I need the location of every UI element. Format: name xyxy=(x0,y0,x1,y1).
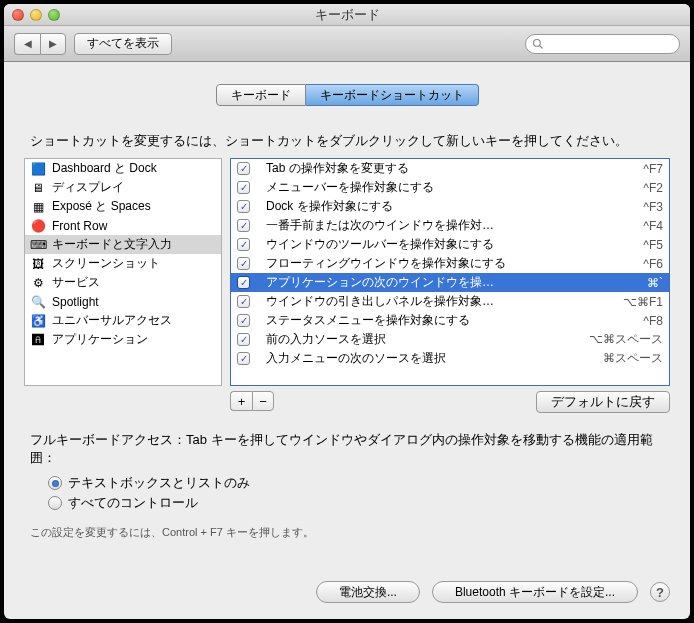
category-item[interactable]: 🖼スクリーンショット xyxy=(25,254,221,273)
shortcut-row[interactable]: ✓Dock を操作対象にする^F3 xyxy=(231,197,669,216)
shortcut-label: メニューバーを操作対象にする xyxy=(258,179,635,196)
category-label: アプリケーション xyxy=(52,331,148,348)
window-title: キーボード xyxy=(4,6,690,24)
close-icon[interactable] xyxy=(12,9,24,21)
category-label: キーボードと文字入力 xyxy=(52,236,172,253)
shortcut-row[interactable]: ✓ウインドウの引き出しパネルを操作対象…⌥⌘F1 xyxy=(231,292,669,311)
shortcut-key: ⌘` xyxy=(647,276,663,290)
category-item[interactable]: ▦Exposé と Spaces xyxy=(25,197,221,216)
category-item[interactable]: 🟦Dashboard と Dock xyxy=(25,159,221,178)
content-area: キーボード キーボードショートカット ショートカットを変更するには、ショートカッ… xyxy=(4,62,690,540)
nav-buttons: ◀ ▶ xyxy=(14,33,66,55)
category-icon: 🖼 xyxy=(30,256,46,272)
radio-text-lists[interactable]: テキストボックスとリストのみ xyxy=(48,473,664,493)
shortcut-row[interactable]: ✓一番手前または次のウインドウを操作対…^F4 xyxy=(231,216,669,235)
checkbox-icon[interactable]: ✓ xyxy=(237,219,250,232)
checkbox-icon[interactable]: ✓ xyxy=(237,352,250,365)
checkbox-icon[interactable]: ✓ xyxy=(237,181,250,194)
shortcut-label: 一番手前または次のウインドウを操作対… xyxy=(258,217,635,234)
restore-defaults-button[interactable]: デフォルトに戻す xyxy=(536,391,670,413)
show-all-button[interactable]: すべてを表示 xyxy=(74,33,172,55)
instruction-text: ショートカットを変更するには、ショートカットをダブルクリックして新しいキーを押し… xyxy=(4,132,690,158)
checkbox-icon[interactable]: ✓ xyxy=(237,200,250,213)
tab-keyboard[interactable]: キーボード xyxy=(216,84,306,106)
checkbox-icon[interactable]: ✓ xyxy=(237,276,250,289)
checkbox-icon[interactable]: ✓ xyxy=(237,257,250,270)
shortcut-key: ⌥⌘F1 xyxy=(623,295,663,309)
shortcut-row[interactable]: ✓アプリケーションの次のウインドウを操…⌘` xyxy=(231,273,669,292)
shortcut-key: ^F7 xyxy=(643,162,663,176)
category-label: Dashboard と Dock xyxy=(52,160,157,177)
search-input[interactable] xyxy=(525,34,680,54)
category-icon: ⌨ xyxy=(30,237,46,253)
category-list[interactable]: 🟦Dashboard と Dock🖥ディスプレイ▦Exposé と Spaces… xyxy=(24,158,222,386)
category-item[interactable]: 🔴Front Row xyxy=(25,216,221,235)
shortcut-label: 前の入力ソースを選択 xyxy=(258,331,581,348)
shortcut-list[interactable]: ✓Tab の操作対象を変更する^F7✓メニューバーを操作対象にする^F2✓Doc… xyxy=(230,158,670,386)
svg-point-0 xyxy=(534,39,541,46)
remove-button[interactable]: − xyxy=(252,391,274,411)
bluetooth-setup-button[interactable]: Bluetooth キーボードを設定... xyxy=(432,581,638,603)
checkbox-icon[interactable]: ✓ xyxy=(237,162,250,175)
shortcut-row[interactable]: ✓ステータスメニューを操作対象にする^F8 xyxy=(231,311,669,330)
category-item[interactable]: 🖥ディスプレイ xyxy=(25,178,221,197)
back-button[interactable]: ◀ xyxy=(14,33,40,55)
titlebar: キーボード xyxy=(4,4,690,26)
svg-line-1 xyxy=(540,45,543,48)
traffic-lights xyxy=(12,9,60,21)
tab-bar: キーボード キーボードショートカット xyxy=(4,84,690,106)
shortcut-row[interactable]: ✓Tab の操作対象を変更する^F7 xyxy=(231,159,669,178)
category-label: スクリーンショット xyxy=(52,255,160,272)
category-item[interactable]: 🅰アプリケーション xyxy=(25,330,221,349)
zoom-icon[interactable] xyxy=(48,9,60,21)
category-icon: 🅰 xyxy=(30,332,46,348)
shortcut-row[interactable]: ✓ウインドウのツールバーを操作対象にする^F5 xyxy=(231,235,669,254)
shortcut-row[interactable]: ✓メニューバーを操作対象にする^F2 xyxy=(231,178,669,197)
shortcut-row[interactable]: ✓入力メニューの次のソースを選択⌘スペース xyxy=(231,349,669,368)
shortcut-key: ^F8 xyxy=(643,314,663,328)
category-icon: ⚙ xyxy=(30,275,46,291)
shortcut-key: ^F3 xyxy=(643,200,663,214)
checkbox-icon[interactable]: ✓ xyxy=(237,333,250,346)
shortcut-row[interactable]: ✓前の入力ソースを選択⌥⌘スペース xyxy=(231,330,669,349)
category-item[interactable]: ⚙サービス xyxy=(25,273,221,292)
shortcut-key: ^F5 xyxy=(643,238,663,252)
checkbox-icon[interactable]: ✓ xyxy=(237,295,250,308)
search-icon xyxy=(532,38,544,50)
checkbox-icon[interactable]: ✓ xyxy=(237,314,250,327)
shortcut-key: ⌘スペース xyxy=(603,350,663,367)
category-icon: 🟦 xyxy=(30,161,46,177)
category-item[interactable]: ♿ユニバーサルアクセス xyxy=(25,311,221,330)
battery-button[interactable]: 電池交換... xyxy=(316,581,420,603)
shortcut-label: ウインドウの引き出しパネルを操作対象… xyxy=(258,293,615,310)
category-icon: 🔴 xyxy=(30,218,46,234)
minimize-icon[interactable] xyxy=(30,9,42,21)
category-icon: ▦ xyxy=(30,199,46,215)
category-item[interactable]: 🔍Spotlight xyxy=(25,292,221,311)
radio-all-controls[interactable]: すべてのコントロール xyxy=(48,493,664,513)
category-icon: 🔍 xyxy=(30,294,46,310)
bottom-bar: 電池交換... Bluetooth キーボードを設定... ? xyxy=(4,581,690,603)
tab-shortcuts[interactable]: キーボードショートカット xyxy=(306,84,479,106)
add-remove-buttons: + − xyxy=(230,391,274,413)
radio-icon xyxy=(48,476,62,490)
category-item[interactable]: ⌨キーボードと文字入力 xyxy=(25,235,221,254)
radio-label: テキストボックスとリストのみ xyxy=(68,474,250,492)
forward-button[interactable]: ▶ xyxy=(40,33,66,55)
add-button[interactable]: + xyxy=(230,391,252,411)
shortcut-label: 入力メニューの次のソースを選択 xyxy=(258,350,595,367)
category-label: Spotlight xyxy=(52,295,99,309)
help-button[interactable]: ? xyxy=(650,582,670,602)
fka-hint: この設定を変更するには、Control + F7 キーを押します。 xyxy=(4,525,690,540)
fka-radio-group: テキストボックスとリストのみ すべてのコントロール xyxy=(4,473,690,525)
category-label: ユニバーサルアクセス xyxy=(52,312,172,329)
shortcut-key: ^F4 xyxy=(643,219,663,233)
shortcut-key: ⌥⌘スペース xyxy=(589,331,663,348)
category-label: ディスプレイ xyxy=(52,179,124,196)
shortcut-row[interactable]: ✓フローティングウインドウを操作対象にする^F6 xyxy=(231,254,669,273)
checkbox-icon[interactable]: ✓ xyxy=(237,238,250,251)
shortcut-label: ステータスメニューを操作対象にする xyxy=(258,312,635,329)
radio-label: すべてのコントロール xyxy=(68,494,198,512)
fka-description: フルキーボードアクセス：Tab キーを押してウインドウやダイアログ内の操作対象を… xyxy=(4,413,690,473)
shortcut-label: ウインドウのツールバーを操作対象にする xyxy=(258,236,635,253)
